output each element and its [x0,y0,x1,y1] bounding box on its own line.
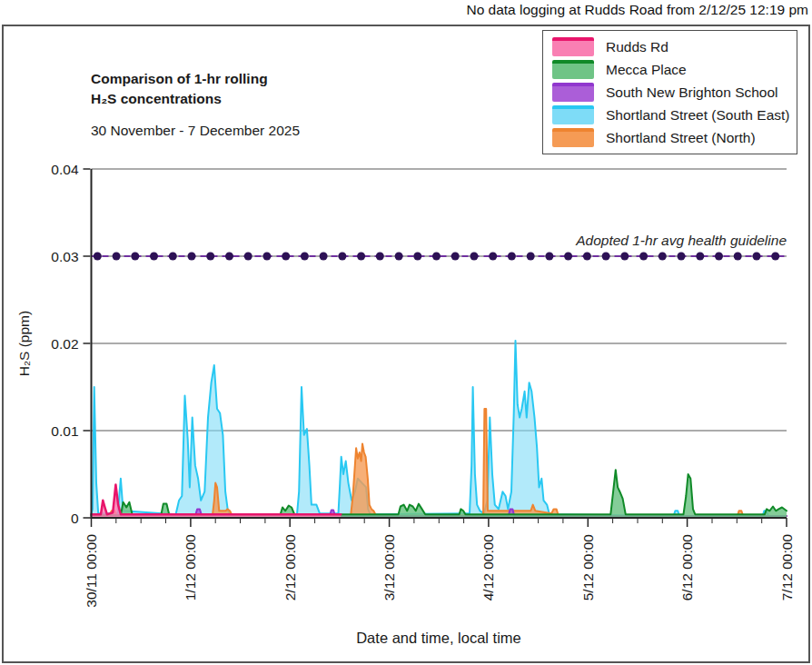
guideline-marker [734,253,742,261]
y-axis-title: H₂S (ppm) [16,311,32,376]
guideline-marker [225,253,233,261]
guideline-marker [678,253,686,261]
y-tick-label: 0.03 [51,249,78,264]
legend: Rudds Rd Mecca Place South New Brighton … [542,30,797,154]
series-area-shortland-street-south-east [92,341,787,518]
y-tick-label: 0.02 [51,336,78,352]
guideline-marker [395,253,403,261]
guideline-marker [602,253,610,261]
legend-label: Mecca Place [606,62,687,78]
legend-item-shortland-street-north: Shortland Street (North) [552,128,789,147]
guideline-marker [771,253,779,261]
guideline-marker [206,253,214,261]
guideline-marker [338,253,346,261]
x-tick-label: 3/12 00:00 [381,534,397,601]
x-tick-label: 6/12 00:00 [679,534,695,601]
legend-label: Shortland Street (North) [606,130,756,146]
x-tick-label: 2/12 00:00 [282,534,298,601]
guideline-marker [301,253,309,261]
x-tick-label: 1/12 00:00 [183,534,198,601]
guideline-marker [262,253,271,261]
legend-swatch-rudds-rd [552,37,594,56]
legend-swatch-mecca-place [552,60,594,79]
y-tick-label: 0 [71,511,79,526]
guideline-marker [451,253,460,261]
x-tick-label: 4/12 00:00 [480,534,496,601]
y-tick-label: 0.01 [51,423,78,439]
guideline-marker [413,253,421,261]
guideline-marker [715,253,723,261]
guideline-marker [188,253,196,261]
x-tick-label: 30/11 00:00 [84,534,99,608]
legend-label: Shortland Street (South East) [606,107,789,124]
legend-item-shortland-street-south-east: Shortland Street (South East) [552,105,789,124]
legend-item-rudds-rd: Rudds Rd [552,37,789,56]
guideline-marker [131,253,139,261]
legend-item-mecca-place: Mecca Place [552,60,789,79]
guideline-marker [150,253,158,261]
x-axis-title: Date and time, local time [356,630,521,646]
guideline-marker [113,253,121,261]
x-tick-label: 7/12 00:00 [779,534,795,601]
guideline-marker [583,253,591,261]
guideline-marker [753,253,761,261]
guideline-marker [244,253,253,261]
guideline-marker [659,253,667,261]
guideline-marker [320,253,328,261]
legend-label: Rudds Rd [606,39,668,55]
guideline-marker [169,253,177,261]
legend-label: South New Brighton School [606,84,778,101]
guideline-marker [527,253,535,261]
guideline-marker [94,253,102,261]
guideline-marker [508,253,516,261]
y-tick-label: 0.04 [51,162,79,177]
guideline-marker [564,253,572,261]
guideline-marker [696,253,704,261]
legend-swatch-shortland-street-south-east [552,105,594,124]
legend-item-south-new-brighton-school: South New Brighton School [552,83,789,102]
x-tick-label: 5/12 00:00 [580,534,596,601]
guideline-marker [357,253,365,261]
guideline-marker [489,253,497,261]
legend-swatch-shortland-street-north [552,128,594,147]
guideline-marker [282,253,290,261]
guideline-marker [376,253,384,261]
legend-swatch-south-new-brighton-school [552,83,594,102]
guideline-marker [639,253,648,261]
guideline-marker [470,253,479,261]
guideline-marker [432,253,441,261]
guideline-label: Adopted 1-hr avg health guideline [575,233,787,248]
guideline-marker [545,253,553,261]
guideline-marker [620,253,629,261]
